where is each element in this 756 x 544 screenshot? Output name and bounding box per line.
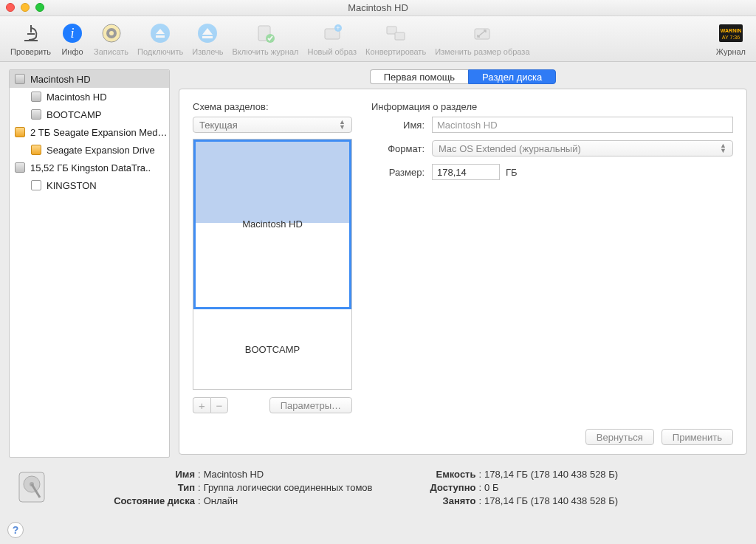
name-label: Имя:	[371, 120, 425, 131]
toolbar-eject-label: Извлечь	[192, 47, 223, 56]
toolbar: Проверить i Инфо Записать Подключить Изв…	[0, 16, 756, 62]
sidebar-item-bootcamp[interactable]: BOOTCAMP	[10, 106, 169, 123]
eject-icon	[195, 21, 220, 46]
partition-layout-dropdown[interactable]: Текущая ▲▼	[193, 117, 352, 133]
partition-block-bootcamp[interactable]: BOOTCAMP	[193, 309, 351, 389]
toolbar-eject[interactable]: Извлечь	[188, 19, 227, 58]
partition-block-label: BOOTCAMP	[245, 344, 300, 355]
summary-capacity-key: Емкость	[416, 468, 475, 481]
partition-info-header: Информация о разделе	[371, 101, 733, 112]
sidebar-item-seagate-root[interactable]: 2 ТБ Seagate Expansion Med…	[10, 123, 169, 141]
toolbar-mount[interactable]: Подключить	[133, 19, 188, 58]
svg-rect-15	[395, 32, 405, 40]
sidebar-item-label: Macintosh HD	[30, 74, 91, 85]
help-button[interactable]: ?	[7, 522, 24, 538]
burn-icon	[99, 21, 124, 46]
info-icon: i	[60, 21, 85, 46]
toolbar-verify-label: Проверить	[10, 47, 51, 56]
toolbar-mount-label: Подключить	[137, 47, 183, 56]
summary-type-key: Тип	[99, 481, 195, 495]
toolbar-burn-label: Записать	[94, 47, 128, 56]
tab-first-aid[interactable]: Первая помощь	[370, 69, 468, 84]
window-title: Macintosh HD	[348, 2, 408, 13]
sidebar-item-label: 2 ТБ Seagate Expansion Med…	[30, 127, 168, 138]
svg-rect-1	[27, 33, 35, 35]
svg-rect-0	[24, 40, 38, 41]
hdd-icon	[14, 73, 26, 85]
sidebar-item-seagate-drive[interactable]: Seagate Expansion Drive	[10, 141, 169, 159]
partition-block-label: Macintosh HD	[242, 218, 303, 230]
partition-block-macintosh-hd[interactable]: Macintosh HD	[193, 140, 351, 309]
titlebar: Macintosh HD	[0, 0, 756, 16]
partition-panel: Схема разделов: Текущая ▲▼ Macintosh HD …	[179, 89, 747, 455]
toolbar-log[interactable]: WARNINAY 7:36 Журнал	[712, 19, 750, 58]
toolbar-info-label: Инфо	[61, 47, 83, 56]
hdd-icon	[14, 162, 26, 173]
sidebar-item-kingston-root[interactable]: 15,52 ГБ Kingston DataTra..	[10, 159, 169, 176]
resize-icon	[470, 21, 495, 46]
select-value: Mac OS Extended (журнальный)	[439, 143, 581, 154]
summary-available-key: Доступно	[416, 481, 475, 495]
apply-button[interactable]: Применить	[662, 429, 733, 445]
sidebar-item-macintosh-hd-root[interactable]: Macintosh HD	[10, 70, 169, 88]
close-icon[interactable]	[6, 3, 15, 12]
toolbar-enable-journal[interactable]: Включить журнал	[227, 19, 303, 58]
sidebar-item-label: Seagate Expansion Drive	[47, 145, 155, 156]
revert-button[interactable]: Вернуться	[585, 429, 654, 445]
format-label: Формат:	[371, 143, 425, 154]
toolbar-convert[interactable]: Конвертировать	[361, 19, 430, 58]
partition-size-input[interactable]	[432, 164, 500, 180]
toolbar-resize-image[interactable]: Изменить размер образа	[430, 19, 534, 58]
partition-name-input[interactable]	[432, 117, 733, 133]
svg-text:+: +	[336, 24, 340, 32]
toolbar-burn[interactable]: Записать	[89, 19, 133, 58]
svg-text:i: i	[71, 26, 75, 41]
toolbar-log-label: Журнал	[716, 47, 746, 56]
toolbar-convert-label: Конвертировать	[365, 47, 426, 56]
zoom-icon[interactable]	[35, 3, 44, 12]
sidebar-item-label: KINGSTON	[47, 180, 97, 191]
external-drive-icon	[30, 144, 42, 156]
tab-partition[interactable]: Раздел диска	[468, 69, 556, 84]
summary-name-val: Macintosh HD	[204, 468, 264, 481]
external-drive-icon	[14, 126, 26, 138]
log-icon: WARNINAY 7:36	[718, 21, 743, 46]
toolbar-newimage-label: Новый образ	[307, 47, 357, 56]
svg-text:AY 7:36: AY 7:36	[722, 35, 740, 40]
summary-state-key: Состояние диска	[99, 495, 195, 508]
convert-icon	[383, 21, 408, 46]
window-controls	[6, 3, 44, 12]
add-remove-group: + −	[193, 397, 228, 413]
toolbar-info[interactable]: i Инфо	[55, 19, 89, 58]
summary-type-val: Группа логически соединенных томов	[204, 481, 373, 495]
tab-bar: Первая помощь Раздел диска	[179, 69, 747, 84]
microscope-icon	[18, 21, 44, 46]
summary-capacity-val: 178,14 ГБ (178 140 438 528 Б)	[484, 468, 618, 481]
sidebar-item-macintosh-hd[interactable]: Macintosh HD	[10, 88, 169, 106]
hdd-icon	[30, 109, 42, 120]
minimize-icon[interactable]	[21, 3, 30, 12]
options-button[interactable]: Параметры…	[269, 397, 352, 413]
remove-partition-button[interactable]: −	[210, 397, 228, 413]
sidebar-item-label: BOOTCAMP	[47, 109, 101, 120]
add-partition-button[interactable]: +	[193, 397, 210, 413]
sidebar-item-label: 15,52 ГБ Kingston DataTra..	[30, 162, 151, 173]
sidebar-item-kingston[interactable]: KINGSTON	[10, 176, 169, 194]
toolbar-new-image[interactable]: + Новый образ	[303, 19, 361, 58]
partition-map: Macintosh HD BOOTCAMP	[193, 139, 352, 390]
partition-format-select[interactable]: Mac OS Extended (журнальный) ▲▼	[432, 140, 733, 156]
journal-icon	[252, 21, 278, 46]
dropdown-value: Текущая	[199, 120, 238, 131]
usb-drive-icon	[30, 179, 42, 191]
chevron-updown-icon: ▲▼	[720, 143, 726, 154]
toolbar-verify[interactable]: Проверить	[6, 19, 55, 58]
mount-icon	[148, 21, 173, 46]
summary-name-key: Имя	[99, 468, 195, 481]
summary-used-key: Занято	[416, 495, 475, 508]
chevron-updown-icon: ▲▼	[339, 120, 346, 130]
hdd-icon	[30, 91, 42, 103]
disk-summary: Имя:Macintosh HD Тип:Группа логически со…	[0, 458, 756, 508]
disk-sidebar: Macintosh HD Macintosh HD BOOTCAMP 2 ТБ …	[9, 69, 170, 458]
size-unit: ГБ	[506, 167, 518, 178]
svg-point-6	[109, 31, 114, 35]
